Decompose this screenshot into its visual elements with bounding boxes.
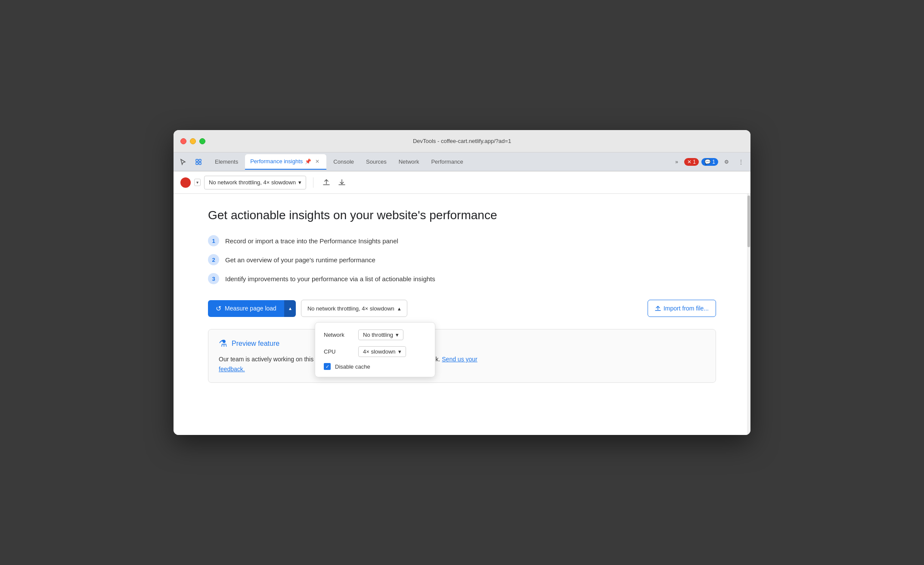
- traffic-lights: [174, 138, 205, 144]
- step-3-number: 3: [208, 273, 219, 284]
- tab-elements-label: Elements: [215, 158, 238, 165]
- measure-btn-dropdown[interactable]: ▴: [284, 300, 296, 317]
- step-1-text: Record or import a trace into the Perfor…: [225, 237, 398, 245]
- preview-feature-text: Our team is actively working on this fea…: [219, 354, 705, 374]
- import-icon: [655, 305, 661, 311]
- browser-window: DevTools - coffee-cart.netlify.app/?ad=1…: [174, 130, 750, 435]
- page-headline: Get actionable insights on your website'…: [208, 208, 716, 223]
- network-throttle-chevron-icon: ▾: [396, 332, 399, 338]
- tab-performance-insights[interactable]: Performance insights 📌 ✕: [245, 154, 326, 170]
- info-badge[interactable]: 💬 1: [701, 158, 718, 166]
- preview-feature-title: Preview feature: [232, 340, 279, 348]
- throttle-select-chevron-icon: ▴: [398, 305, 401, 312]
- scrollbar-thumb[interactable]: [747, 196, 750, 247]
- chat-icon: 💬: [704, 159, 711, 165]
- step-2: 2 Get an overview of your page's runtime…: [208, 254, 716, 265]
- record-button[interactable]: [180, 177, 191, 188]
- window-title: DevTools - coffee-cart.netlify.app/?ad=1: [413, 138, 511, 144]
- cursor-icon[interactable]: [177, 156, 189, 168]
- network-throttle-select[interactable]: No throttling ▾: [358, 329, 403, 340]
- step-1: 1 Record or import a trace into the Perf…: [208, 235, 716, 246]
- more-tabs-label: »: [675, 159, 678, 165]
- cpu-throttle-label: CPU: [324, 348, 358, 355]
- disable-cache-label: Disable cache: [335, 363, 370, 370]
- steps-list: 1 Record or import a trace into the Perf…: [208, 235, 716, 284]
- toolbar-left: [177, 156, 205, 168]
- tab-performance-insights-label: Performance insights: [250, 158, 303, 165]
- refresh-icon: ↺: [216, 304, 221, 313]
- toolbar-right: » ✕ 1 💬 1 ⚙ ⋮: [672, 157, 747, 167]
- error-count: 1: [693, 159, 696, 165]
- network-throttle-label: Network: [324, 332, 358, 338]
- svg-rect-1: [199, 159, 201, 161]
- measure-btn-group: ↺ Measure page load ▴: [208, 300, 296, 317]
- network-throttle-value: No throttling: [363, 332, 393, 338]
- kebab-icon: ⋮: [738, 159, 744, 165]
- svg-rect-2: [196, 162, 198, 165]
- import-btn-label: Import from file...: [664, 305, 709, 312]
- step-2-number: 2: [208, 254, 219, 265]
- record-dropdown-button[interactable]: ▾: [194, 179, 201, 186]
- disable-cache-checkbox[interactable]: ✓: [324, 363, 331, 370]
- measure-btn-label: Measure page load: [225, 305, 276, 312]
- panel-throttle-dropdown[interactable]: No network throttling, 4× slowdown ▾: [204, 176, 306, 189]
- panel-throttle-label: No network throttling, 4× slowdown: [209, 179, 296, 186]
- scrollbar[interactable]: [747, 194, 750, 435]
- more-tabs-button[interactable]: »: [672, 157, 682, 167]
- maximize-button[interactable]: [199, 138, 205, 144]
- inspect-icon[interactable]: [192, 156, 205, 168]
- action-row: ↺ Measure page load ▴ No network throttl…: [208, 300, 716, 317]
- download-icon[interactable]: [336, 177, 348, 189]
- panel-toolbar: ▾ No network throttling, 4× slowdown ▾: [174, 171, 750, 194]
- more-options-button[interactable]: ⋮: [735, 157, 747, 167]
- tab-performance-label: Performance: [431, 158, 463, 165]
- tab-console-label: Console: [333, 158, 354, 165]
- upload-icon[interactable]: [320, 177, 332, 189]
- gear-icon: ⚙: [724, 159, 729, 165]
- panel-throttle-chevron-icon: ▾: [298, 179, 301, 186]
- preview-card-header: ⚗ Preview feature: [219, 338, 705, 349]
- cpu-throttle-select[interactable]: 4× slowdown ▾: [358, 346, 406, 357]
- settings-button[interactable]: ⚙: [721, 157, 732, 167]
- step-2-text: Get an overview of your page's runtime p…: [225, 256, 375, 264]
- tab-sources[interactable]: Sources: [361, 154, 392, 170]
- disable-cache-row: ✓ Disable cache: [324, 363, 426, 370]
- measure-page-load-button[interactable]: ↺ Measure page load: [208, 300, 284, 317]
- cpu-throttle-value: 4× slowdown: [363, 348, 396, 355]
- throttle-select-label: No network throttling, 4× slowdown: [307, 305, 394, 312]
- info-count: 1: [712, 159, 715, 165]
- tab-network[interactable]: Network: [394, 154, 425, 170]
- tab-sources-label: Sources: [366, 158, 387, 165]
- step-3-text: Identify improvements to your performanc…: [225, 275, 435, 282]
- import-from-file-button[interactable]: Import from file...: [648, 300, 716, 317]
- network-throttle-row: Network No throttling ▾: [324, 329, 426, 340]
- title-bar: DevTools - coffee-cart.netlify.app/?ad=1: [174, 130, 750, 152]
- error-badge[interactable]: ✕ 1: [684, 158, 699, 166]
- step-3: 3 Identify improvements to your performa…: [208, 273, 716, 284]
- tab-elements[interactable]: Elements: [210, 154, 243, 170]
- step-1-number: 1: [208, 235, 219, 246]
- toolbar-divider: [313, 177, 313, 188]
- tab-bar: Elements Performance insights 📌 ✕ Consol…: [174, 152, 750, 171]
- throttle-dropdown-panel: Network No throttling ▾ CPU 4× slowdown …: [315, 322, 435, 377]
- measure-dropdown-chevron-icon: ▴: [289, 305, 291, 311]
- svg-rect-0: [196, 159, 198, 161]
- svg-rect-3: [199, 162, 201, 165]
- tab-performance[interactable]: Performance: [426, 154, 468, 170]
- cpu-throttle-row: CPU 4× slowdown ▾: [324, 346, 426, 357]
- tab-close-icon[interactable]: ✕: [313, 158, 321, 165]
- flask-icon: ⚗: [219, 338, 227, 349]
- error-icon: ✕: [687, 159, 691, 165]
- pin-icon: 📌: [305, 158, 311, 165]
- tab-console[interactable]: Console: [328, 154, 359, 170]
- cpu-throttle-chevron-icon: ▾: [398, 348, 401, 355]
- minimize-button[interactable]: [190, 138, 196, 144]
- main-content: Get actionable insights on your website'…: [174, 194, 750, 435]
- throttle-select-button[interactable]: No network throttling, 4× slowdown ▴: [301, 300, 407, 317]
- close-button[interactable]: [180, 138, 186, 144]
- tab-network-label: Network: [399, 158, 419, 165]
- preview-feature-card: ⚗ Preview feature Our team is actively w…: [208, 329, 716, 383]
